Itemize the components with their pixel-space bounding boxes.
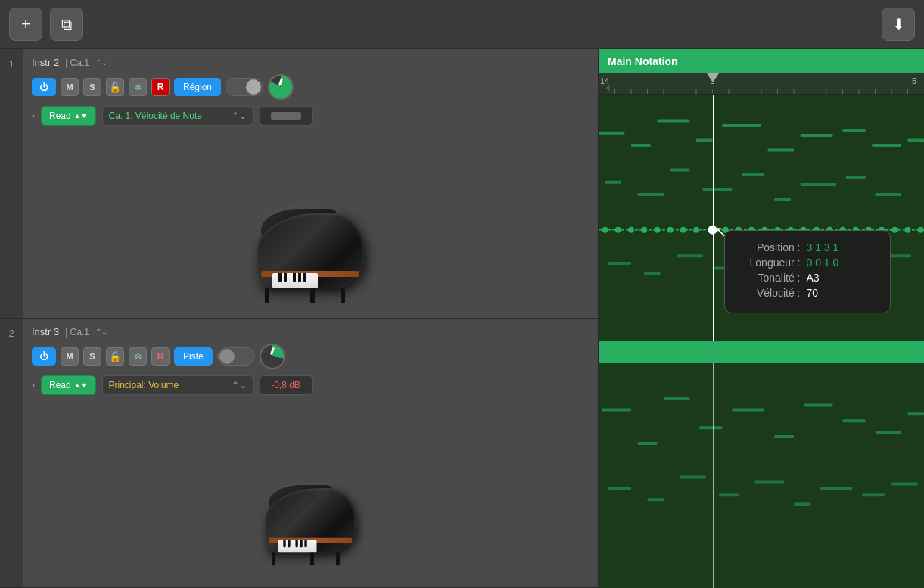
track2-mode-button[interactable]: Piste — [174, 347, 213, 366]
track2-solo-button[interactable]: S — [83, 347, 101, 366]
svg-rect-81 — [876, 431, 901, 434]
piano2-key2 — [288, 540, 290, 548]
track2-param-arrow: ⌃⌄ — [232, 380, 247, 390]
track2-read-button[interactable]: Read ▲▼ — [41, 375, 96, 395]
svg-rect-82 — [908, 412, 925, 415]
track1-mode-button[interactable]: Région — [174, 78, 221, 96]
duplicate-button[interactable]: ⧉ — [50, 8, 83, 41]
svg-rect-85 — [680, 476, 706, 479]
piano1-leg1 — [265, 288, 269, 303]
track2-section: 2 Instr 3 | Ca.1 ⌃⌄ ⏻ M S 🔓 ❄ — [0, 319, 598, 588]
track1-piano-image — [250, 205, 371, 303]
track2-record-button[interactable]: R — [151, 347, 170, 366]
svg-rect-26 — [843, 129, 866, 132]
track1-read-label: Read — [49, 110, 71, 121]
piano1-key1 — [278, 273, 282, 282]
piano2-key4 — [300, 540, 302, 548]
piano2-keys — [278, 540, 317, 553]
track2-stepper[interactable]: ⌃⌄ — [95, 328, 107, 336]
svg-rect-28 — [908, 139, 925, 142]
svg-rect-19 — [599, 132, 624, 135]
track2-value-display: -0,8 dB — [271, 380, 300, 390]
track1-toggle-knob — [246, 79, 261, 95]
tooltip-tonalite-value: A3 — [807, 272, 820, 284]
tooltip-velocite-label: Vélocité : — [740, 287, 801, 299]
track2-instrument-area — [23, 461, 598, 588]
svg-point-61 — [891, 227, 898, 233]
track1-power-button[interactable]: ⏻ — [32, 78, 56, 96]
piano1-leg2 — [310, 288, 315, 303]
tooltip-position-row: Position : 3 1 3 1 — [740, 241, 875, 254]
track2-param-label: Principal: Volume — [109, 380, 179, 390]
track2-header: Instr 3 | Ca.1 ⌃⌄ — [32, 326, 589, 338]
track2-param-selector[interactable]: Principal: Volume ⌃⌄ — [102, 375, 254, 395]
tooltip-longueur-label: Longueur : — [740, 257, 801, 269]
add-track-button[interactable]: + — [9, 8, 42, 41]
track1-expand-chevron[interactable]: › — [32, 110, 35, 121]
main-area: 1 Instr 2 | Ca.1 ⌃⌄ ⏻ M S 🔓 ❄ — [0, 49, 924, 588]
track1-freeze-button[interactable]: ❄ — [129, 78, 147, 96]
svg-rect-20 — [631, 144, 651, 147]
svg-rect-79 — [804, 403, 833, 406]
track2-power-button[interactable]: ⏻ — [32, 347, 56, 366]
tooltip-longueur-row: Longueur : 0 0 1 0 — [740, 257, 875, 269]
svg-rect-75 — [664, 397, 689, 400]
svg-rect-65 — [644, 272, 661, 275]
track1-controls: Instr 2 | Ca.1 ⌃⌄ ⏻ M S 🔓 ❄ R Région — [23, 49, 598, 191]
track1-solo-button[interactable]: S — [83, 78, 101, 96]
svg-rect-76 — [699, 426, 722, 429]
track2-mute-button[interactable]: M — [61, 347, 79, 366]
svg-rect-73 — [602, 408, 631, 411]
notation-track2-header — [599, 342, 924, 363]
track1-mute-button[interactable]: M — [61, 78, 79, 96]
track1-stepper[interactable]: ⌃⌄ — [95, 58, 107, 67]
notation-track1-area[interactable]: ↖ Position : 3 1 3 1 Longueur : 0 0 1 0 … — [599, 95, 924, 342]
piano2-leg1 — [272, 553, 275, 566]
track2-volume-dial[interactable] — [260, 344, 285, 369]
piano2-leg3 — [336, 553, 340, 566]
track1-lock-button[interactable]: 🔓 — [106, 78, 124, 96]
track1-buttons-row: ⏻ M S 🔓 ❄ R Région — [32, 74, 589, 100]
track1-volume-dial[interactable] — [268, 74, 294, 100]
track1-channel: | Ca.1 — [65, 58, 89, 68]
svg-point-41 — [628, 227, 634, 233]
track1-read-arrows: ▲▼ — [74, 113, 88, 120]
track1-param-label: Ca. 1: Vélocité de Note — [109, 110, 202, 121]
timeline-ruler: 14 4 3 5 — [599, 73, 924, 95]
track1-param-selector[interactable]: Ca. 1: Vélocité de Note ⌃⌄ — [102, 106, 254, 126]
svg-point-43 — [654, 227, 660, 233]
tooltip-tonalite-label: Tonalité : — [740, 272, 801, 284]
svg-rect-83 — [608, 487, 631, 490]
export-button[interactable]: ⬇ — [882, 8, 915, 41]
track1-record-button[interactable]: R — [151, 78, 170, 96]
piano1-leg3 — [341, 288, 345, 303]
notation-header: Main Notation — [599, 49, 924, 73]
piano2-key3 — [295, 540, 297, 548]
svg-rect-37 — [876, 193, 901, 196]
piano1-key2 — [284, 273, 287, 282]
svg-rect-33 — [742, 173, 764, 176]
svg-rect-89 — [820, 487, 852, 490]
notation-track2-area[interactable] — [599, 342, 924, 588]
track1-toggle[interactable] — [226, 78, 263, 96]
track2-expand-chevron[interactable]: › — [32, 380, 35, 390]
track2-lock-button[interactable]: 🔓 — [106, 347, 124, 366]
track2-piano-image — [259, 482, 362, 566]
svg-rect-27 — [872, 144, 901, 147]
track2-buttons-row: ⏻ M S 🔓 ❄ R Piste — [32, 344, 589, 369]
track1-number: 1 — [0, 49, 23, 318]
svg-rect-25 — [801, 134, 833, 137]
svg-rect-29 — [605, 181, 622, 184]
track1-read-button[interactable]: Read ▲▼ — [41, 106, 96, 126]
piano2-key5 — [304, 540, 306, 548]
track2-toggle[interactable] — [217, 347, 255, 366]
top-toolbar: + ⧉ ⬇ — [0, 0, 924, 49]
track1-title: Instr 2 — [32, 57, 59, 68]
piano1-key4 — [298, 273, 301, 282]
playhead-line-track2 — [713, 363, 714, 588]
piano2-leg2 — [310, 553, 314, 566]
track2-read-arrows: ▲▼ — [74, 382, 88, 389]
track2-toggle-knob — [219, 349, 235, 364]
svg-rect-23 — [722, 124, 761, 127]
track2-freeze-button[interactable]: ❄ — [129, 347, 147, 366]
